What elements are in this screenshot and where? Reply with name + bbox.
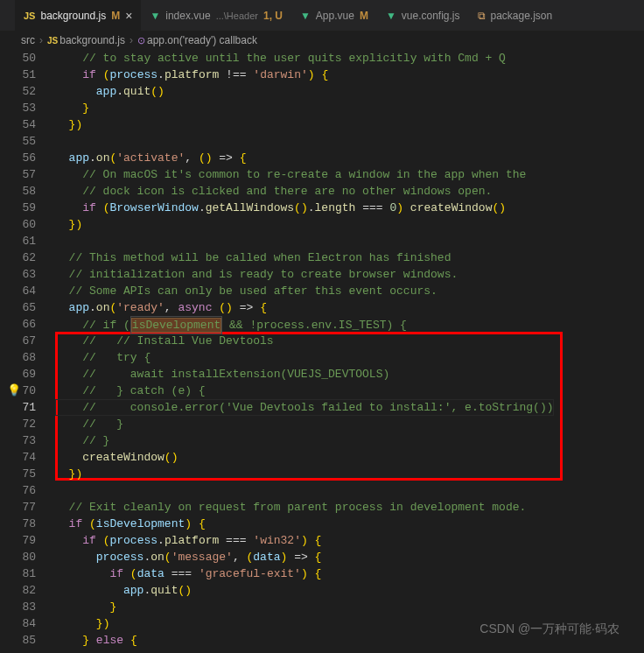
- tab-label: background.js: [40, 10, 106, 22]
- code-line[interactable]: if (BrowserWindow.getAllWindows().length…: [55, 200, 554, 216]
- json-icon: ⧉: [478, 10, 486, 22]
- tab-label: App.vue: [316, 10, 354, 22]
- tab-badge: 1, U: [263, 10, 283, 22]
- code-line[interactable]: // to stay active until the user quits e…: [55, 50, 554, 67]
- tab-label: vue.config.js: [402, 10, 460, 22]
- watermark: CSDN @一万种可能·码农: [480, 621, 620, 637]
- code-line[interactable]: }): [55, 615, 554, 632]
- vue-icon: ▼: [150, 10, 160, 22]
- tab-app-vue[interactable]: ▼ App.vue M: [291, 0, 377, 31]
- code-line[interactable]: }): [55, 116, 554, 133]
- code-line[interactable]: app.quit(): [55, 83, 554, 100]
- code-line[interactable]: // if (isDevelopment && !process.env.IS_…: [55, 316, 554, 333]
- code-line[interactable]: } else {: [55, 632, 554, 649]
- code-line[interactable]: }: [55, 599, 554, 615]
- tab-label: package.json: [491, 10, 553, 22]
- vue-icon: ▼: [386, 10, 396, 22]
- code-line[interactable]: // Some APIs can only be used after this…: [55, 283, 554, 299]
- code-line[interactable]: // This method will be called when Elect…: [55, 249, 554, 266]
- code-line[interactable]: if (isDevelopment) {: [55, 516, 554, 532]
- js-icon: JS: [24, 11, 35, 21]
- code-line[interactable]: // console.error('Vue Devtools failed to…: [55, 399, 554, 416]
- breadcrumb-part[interactable]: src: [21, 34, 35, 46]
- tabs-bar: JS background.js M × ▼ index.vue ...\Hea…: [0, 0, 644, 31]
- code-line[interactable]: if (process.platform === 'win32') {: [55, 532, 554, 549]
- code-line[interactable]: 💡 // } catch (e) {: [55, 383, 554, 399]
- tab-background-js[interactable]: JS background.js M ×: [15, 0, 141, 31]
- code-line[interactable]: // }: [55, 432, 554, 449]
- code-line[interactable]: }): [55, 216, 554, 233]
- code-line[interactable]: // }: [55, 416, 554, 432]
- code-line[interactable]: app.on('ready', async () => {: [55, 299, 554, 316]
- tab-package-json[interactable]: ⧉ package.json: [469, 0, 562, 31]
- code-line[interactable]: // Exit cleanly on request from parent p…: [55, 499, 554, 516]
- tab-vue-config[interactable]: ▼ vue.config.js: [377, 0, 469, 31]
- tab-label: index.vue: [165, 10, 210, 22]
- code-line[interactable]: [55, 233, 554, 249]
- modified-badge: M: [111, 10, 120, 22]
- code-line[interactable]: // await installExtension(VUEJS_DEVTOOLS…: [55, 366, 554, 383]
- code-line[interactable]: // try {: [55, 349, 554, 366]
- modified-badge: M: [360, 10, 368, 22]
- vue-icon: ▼: [300, 10, 311, 22]
- code-area[interactable]: // to stay active until the user quits e…: [55, 50, 554, 649]
- js-icon: JS: [47, 36, 58, 46]
- chevron-right-icon: ›: [127, 34, 136, 46]
- code-line[interactable]: }): [55, 466, 554, 482]
- breadcrumb-part[interactable]: app.on('ready') callback: [147, 34, 257, 46]
- code-line[interactable]: [55, 133, 554, 150]
- code-line[interactable]: // initialization and is ready to create…: [55, 266, 554, 283]
- code-line[interactable]: [55, 482, 554, 499]
- code-line[interactable]: // dock icon is clicked and there are no…: [55, 183, 554, 200]
- code-line[interactable]: app.on('activate', () => {: [55, 150, 554, 166]
- code-line[interactable]: if (process.platform !== 'darwin') {: [55, 67, 554, 83]
- editor[interactable]: 5051525354555657585960616263646566676869…: [0, 50, 644, 649]
- tab-index-vue[interactable]: ▼ index.vue ...\Header 1, U: [141, 0, 291, 31]
- code-line[interactable]: // // Install Vue Devtools: [55, 333, 554, 349]
- lightbulb-icon[interactable]: 💡: [7, 383, 21, 399]
- chevron-right-icon: ›: [37, 34, 46, 46]
- gutter: 5051525354555657585960616263646566676869…: [0, 50, 55, 649]
- tab-subpath: ...\Header: [216, 11, 258, 21]
- code-line[interactable]: app.quit(): [55, 582, 554, 599]
- close-icon[interactable]: ×: [125, 9, 132, 23]
- code-line[interactable]: createWindow(): [55, 449, 554, 466]
- breadcrumb-part[interactable]: background.js: [60, 34, 125, 46]
- code-line[interactable]: if (data === 'graceful-exit') {: [55, 565, 554, 582]
- code-line[interactable]: process.on('message', (data) => {: [55, 549, 554, 565]
- code-line[interactable]: // On macOS it's common to re-create a w…: [55, 166, 554, 183]
- breadcrumb[interactable]: src › JS background.js › ⊙ app.on('ready…: [0, 31, 644, 50]
- code-line[interactable]: }: [55, 100, 554, 116]
- callback-icon: ⊙: [137, 35, 145, 46]
